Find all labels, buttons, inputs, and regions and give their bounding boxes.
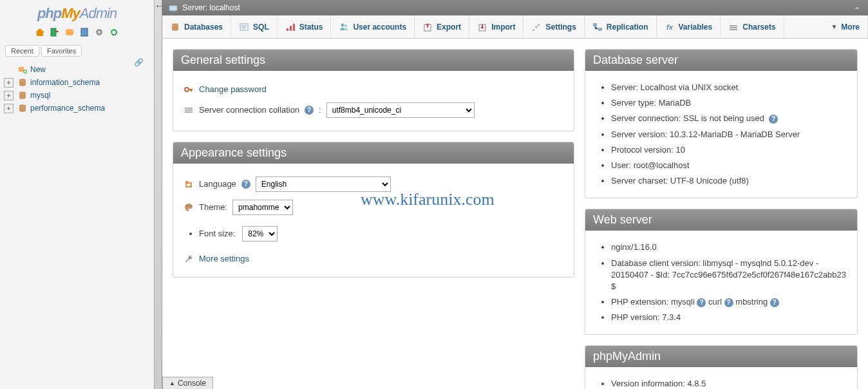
help-icon[interactable]: ? <box>724 298 733 307</box>
list-item: Version information: 4.8.5 <box>611 376 847 389</box>
sidebar-collapse-handle[interactable]: ← <box>155 0 162 389</box>
tree-db-item[interactable]: + information_schema <box>4 76 154 89</box>
more-settings-link[interactable]: More settings <box>199 254 249 263</box>
svg-rect-22 <box>593 23 597 26</box>
list-item: Server version: 10.3.12-MariaDB - MariaD… <box>611 127 847 142</box>
console-label: Console <box>178 379 206 388</box>
server-bar-label: Server: localhost <box>182 3 240 12</box>
tab-sql[interactable]: SQL <box>231 15 278 38</box>
panel-title: phpMyAdmin <box>585 346 857 367</box>
dropdown-icon: ▼ <box>831 23 837 30</box>
expand-icon[interactable]: + <box>4 104 14 113</box>
tab-recent[interactable]: Recent <box>5 45 39 57</box>
tree-new[interactable]: New <box>4 63 154 76</box>
tree-db-item[interactable]: + mysql <box>4 89 154 102</box>
svg-point-12 <box>172 23 178 26</box>
svg-point-27 <box>188 204 189 205</box>
left-column: General settings Change password Server … <box>173 49 574 389</box>
docs-icon[interactable] <box>79 27 90 37</box>
svg-point-7 <box>19 79 26 81</box>
svg-rect-10 <box>169 6 177 11</box>
tree-db-label: mysql <box>30 91 50 100</box>
svg-point-26 <box>186 205 187 207</box>
language-icon <box>184 178 194 189</box>
home-icon[interactable] <box>35 27 45 37</box>
tab-replication[interactable]: Replication <box>585 15 657 38</box>
logo-text-php: php <box>37 5 61 21</box>
tab-status[interactable]: Status <box>278 15 332 38</box>
fontsize-label: Font size: <box>199 229 235 238</box>
list-item: PHP extension: mysqli ? curl ? mbstring … <box>611 294 847 310</box>
svg-point-8 <box>19 91 26 94</box>
list-item: PHP version: 7.3.4 <box>611 310 847 325</box>
tab-settings[interactable]: Settings <box>524 15 584 38</box>
svg-rect-11 <box>171 10 175 12</box>
panel-appearance-settings: Appearance settings Language ? English T… <box>173 142 574 278</box>
list-item: Server charset: UTF-8 Unicode (utf8) <box>611 173 847 189</box>
help-icon[interactable]: ? <box>769 115 778 124</box>
logout-icon[interactable] <box>50 27 60 37</box>
tab-export[interactable]: Export <box>415 15 469 38</box>
tab-databases[interactable]: Databases <box>162 15 231 38</box>
tab-import[interactable]: Import <box>469 15 524 38</box>
topmenu: Databases SQL Status User accounts Expor… <box>162 15 868 39</box>
theme-icon <box>184 202 194 213</box>
tree-db-label: information_schema <box>30 78 100 87</box>
tree-db-item[interactable]: + performance_schema <box>4 102 154 115</box>
change-password-link[interactable]: Change password <box>199 84 267 94</box>
tree-new-label: New <box>30 65 46 74</box>
collation-select[interactable]: utf8mb4_unicode_ci <box>326 102 475 118</box>
list-item: Database client version: libmysql - mysq… <box>611 256 847 295</box>
svg-point-21 <box>535 26 538 28</box>
quick-icons <box>0 24 154 43</box>
sidebar-tabs: Recent Favorites <box>0 43 154 59</box>
right-column: Database server Server: Localhost via UN… <box>585 49 858 389</box>
svg-text:fx: fx <box>666 23 674 31</box>
sql-query-icon[interactable] <box>64 27 75 37</box>
tree-db-label: performance_schema <box>30 104 105 113</box>
tab-variables[interactable]: fxVariables <box>657 15 721 38</box>
panel-database-server: Database server Server: Localhost via UN… <box>585 49 858 198</box>
svg-rect-0 <box>51 28 56 36</box>
console-toggle[interactable]: ▲ Console <box>162 377 213 389</box>
tab-charsets[interactable]: Charsets <box>721 15 784 38</box>
list-item: Server type: MariaDB <box>611 95 847 111</box>
theme-label: Theme: <box>199 202 227 212</box>
svg-point-28 <box>190 205 191 207</box>
help-icon[interactable]: ? <box>697 298 706 307</box>
svg-point-17 <box>341 23 344 26</box>
tab-favorites[interactable]: Favorites <box>41 45 82 57</box>
theme-select[interactable]: pmahomme <box>232 200 293 215</box>
svg-point-25 <box>185 88 189 91</box>
tab-more[interactable]: ▼More <box>823 15 868 38</box>
database-icon <box>17 90 28 100</box>
password-icon <box>184 84 194 95</box>
link-icon[interactable]: 🔗 <box>134 58 144 67</box>
panel-phpmyadmin: phpMyAdmin Version information: 4.8.5 Do… <box>585 345 858 389</box>
help-icon[interactable]: ? <box>770 298 779 307</box>
reload-icon[interactable] <box>109 27 119 37</box>
expand-icon[interactable]: + <box>4 78 14 88</box>
caret-up-icon: ▲ <box>169 380 175 386</box>
help-icon[interactable]: ? <box>241 180 250 189</box>
logo[interactable]: phpMyAdmin <box>0 0 154 24</box>
svg-point-4 <box>98 31 100 33</box>
language-label: Language <box>199 179 236 189</box>
help-icon[interactable]: ? <box>305 106 314 115</box>
list-item: User: root@localhost <box>611 158 847 173</box>
minimize-icon[interactable]: ⌃ <box>851 3 863 12</box>
svg-rect-14 <box>287 28 288 31</box>
expand-icon[interactable]: + <box>4 91 14 100</box>
settings-icon[interactable] <box>94 27 104 37</box>
panel-web-server: Web server nginx/1.16.0 Database client … <box>585 209 858 335</box>
database-tree: New + information_schema + mysql + perfo… <box>0 59 154 115</box>
main: ← Server: localhost ⌃ Databases SQL Stat… <box>155 0 868 389</box>
svg-rect-15 <box>290 26 292 31</box>
server-icon <box>169 5 178 12</box>
fontsize-row: Font size: 82% <box>199 224 563 243</box>
fontsize-select[interactable]: 82% <box>242 226 278 242</box>
language-select[interactable]: English <box>256 176 391 192</box>
logo-text-admin: Admin <box>80 5 117 21</box>
content: General settings Change password Server … <box>162 39 868 389</box>
tab-user-accounts[interactable]: User accounts <box>331 15 415 38</box>
